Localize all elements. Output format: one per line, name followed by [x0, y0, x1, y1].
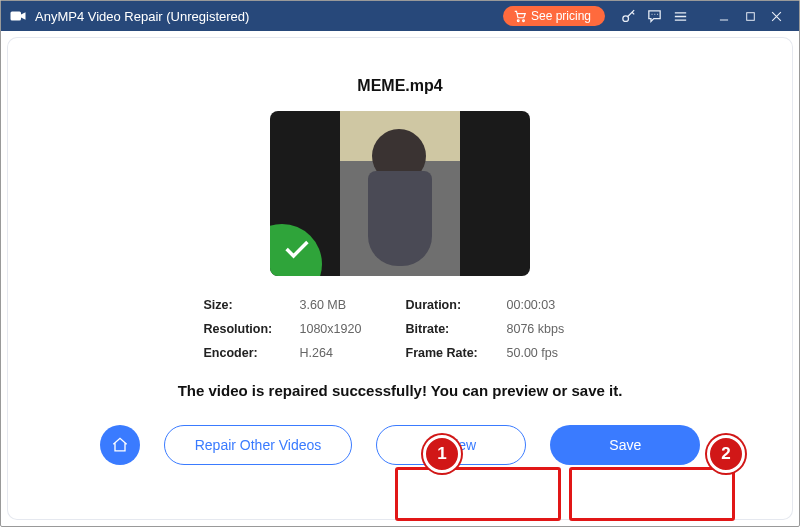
action-button-row: Repair Other Videos Preview Save	[100, 425, 701, 465]
thumbnail-image	[340, 111, 460, 276]
success-badge	[270, 224, 322, 276]
framerate-label: Frame Rate:	[406, 346, 501, 360]
duration-value: 00:00:03	[507, 298, 597, 312]
cart-icon	[513, 9, 527, 23]
annotation-marker-2: 2	[707, 435, 745, 473]
annotation-box-preview	[395, 467, 561, 521]
encoder-value: H.264	[300, 346, 400, 360]
svg-point-1	[517, 20, 519, 22]
duration-label: Duration:	[406, 298, 501, 312]
svg-rect-0	[11, 12, 22, 21]
metadata-grid: Size: 3.60 MB Duration: 00:00:03 Resolut…	[204, 298, 597, 360]
minimize-button[interactable]	[711, 1, 737, 31]
resolution-label: Resolution:	[204, 322, 294, 336]
encoder-label: Encoder:	[204, 346, 294, 360]
app-title: AnyMP4 Video Repair (Unregistered)	[35, 9, 249, 24]
titlebar: AnyMP4 Video Repair (Unregistered) See p…	[1, 1, 799, 31]
video-thumbnail	[270, 111, 530, 276]
home-icon	[110, 435, 130, 455]
maximize-button[interactable]	[737, 1, 763, 31]
repair-other-videos-button[interactable]: Repair Other Videos	[164, 425, 353, 465]
home-button[interactable]	[100, 425, 140, 465]
save-button[interactable]: Save	[550, 425, 700, 465]
annotation-box-save	[569, 467, 735, 521]
resolution-value: 1080x1920	[300, 322, 400, 336]
bitrate-label: Bitrate:	[406, 322, 501, 336]
app-logo-icon	[9, 7, 27, 25]
main-panel: MEME.mp4 Size: 3.60 MB Duration: 00:00:0…	[7, 37, 793, 520]
bitrate-value: 8076 kbps	[507, 322, 597, 336]
file-name: MEME.mp4	[357, 77, 442, 95]
feedback-icon[interactable]	[641, 1, 667, 31]
size-label: Size:	[204, 298, 294, 312]
size-value: 3.60 MB	[300, 298, 400, 312]
svg-rect-4	[746, 12, 754, 20]
svg-point-3	[622, 15, 628, 21]
menu-icon[interactable]	[667, 1, 693, 31]
check-icon	[284, 238, 310, 260]
framerate-value: 50.00 fps	[507, 346, 597, 360]
see-pricing-button[interactable]: See pricing	[503, 6, 605, 26]
status-message: The video is repaired successfully! You …	[178, 382, 623, 399]
key-icon[interactable]	[615, 1, 641, 31]
close-button[interactable]	[763, 1, 789, 31]
svg-point-2	[523, 20, 525, 22]
app-window: AnyMP4 Video Repair (Unregistered) See p…	[0, 0, 800, 527]
pricing-label: See pricing	[531, 9, 591, 23]
annotation-marker-1: 1	[423, 435, 461, 473]
